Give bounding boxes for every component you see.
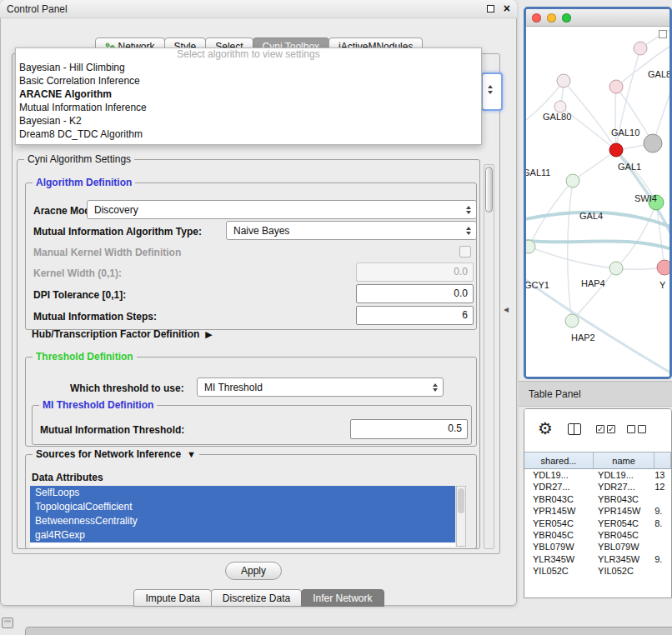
- network-node[interactable]: [634, 42, 647, 55]
- column-header-shared[interactable]: shared...: [524, 452, 594, 468]
- spinner-arrows-icon: [488, 85, 493, 94]
- corner-panel-button[interactable]: [2, 618, 13, 628]
- dpi-tolerance-field[interactable]: 0.0: [356, 284, 474, 303]
- table-row[interactable]: YIL052CYIL052C: [524, 565, 671, 577]
- table-cell: YBL079W: [524, 541, 594, 552]
- table-cell: [654, 541, 671, 552]
- algorithm-option-aracne-algorithm[interactable]: ARACNE Algorithm: [16, 88, 481, 101]
- table-body: YDL19...YDL19...13YDR27...YDR27...12YBR0…: [524, 469, 671, 598]
- bottom-tab-infer-network[interactable]: Infer Network: [301, 589, 384, 607]
- column-header-name[interactable]: name: [594, 452, 654, 468]
- column-header-2[interactable]: [654, 452, 671, 468]
- node-label: Y: [659, 280, 666, 290]
- table-cell: YBR043C: [594, 493, 654, 505]
- network-node[interactable]: [644, 134, 662, 152]
- hub-section-toggle[interactable]: Hub/Transcription Factor Definition ▶: [32, 328, 213, 340]
- bottom-window-edge: [25, 627, 672, 635]
- table-row[interactable]: YER054CYER054C8.: [524, 518, 671, 529]
- network-edge: [573, 150, 616, 181]
- mi-type-value: Naive Bayes: [233, 225, 289, 237]
- table-cell: [654, 529, 671, 541]
- network-titlebar: [526, 9, 669, 27]
- network-canvas[interactable]: GAL8GAL80GAL10GAL11GAL1SWI4GAL4GCY1HAP4Y…: [526, 27, 669, 377]
- float-window-button[interactable]: [487, 5, 494, 12]
- overview-box[interactable]: [659, 30, 667, 38]
- columns-icon[interactable]: [568, 423, 581, 435]
- table-cell: 12: [654, 481, 671, 492]
- table-cell: YBL079W: [594, 541, 654, 552]
- network-node[interactable]: [526, 240, 535, 253]
- table-cell: YIL052C: [594, 565, 654, 577]
- zoom-light-button[interactable]: [562, 13, 571, 22]
- select-all-columns-button[interactable]: ✓ ✓: [596, 425, 615, 433]
- attribute-item-topologicalcoefficient[interactable]: TopologicalCoefficient: [30, 500, 455, 514]
- algorithm-select-edge[interactable]: [481, 72, 503, 111]
- network-node[interactable]: [657, 260, 669, 275]
- network-node[interactable]: [565, 314, 579, 328]
- spinner-arrows-icon: [428, 383, 443, 392]
- application-root: Control Panel × NetworkStyleSelectCyni T…: [0, 0, 672, 635]
- mi-type-select[interactable]: Naive Bayes: [226, 221, 477, 240]
- table-cell: YBR043C: [524, 493, 594, 505]
- mi-steps-field[interactable]: 6: [356, 306, 474, 325]
- unchecked-box-icon: [638, 425, 646, 433]
- aracne-mode-select[interactable]: Discovery: [87, 200, 477, 219]
- network-node[interactable]: [554, 101, 566, 112]
- network-edge: [615, 87, 616, 150]
- table-cell: YER054C: [524, 518, 594, 529]
- table-cell: YPR145W: [524, 505, 594, 517]
- attribute-item-gal4rgexp[interactable]: gal4RGexp: [30, 528, 455, 542]
- attribute-item-betweennesscentrality[interactable]: BetweennessCentrality: [30, 514, 455, 528]
- close-light-button[interactable]: [532, 13, 541, 22]
- table-cell: YPR145W: [594, 505, 654, 517]
- table-toolbar: ⚙ ✓ ✓: [524, 409, 671, 452]
- spinner-arrows-icon: [461, 227, 476, 235]
- scrollbar-thumb[interactable]: [458, 488, 464, 513]
- scrollbar-thumb[interactable]: [485, 167, 493, 212]
- settings-scrollbar[interactable]: [484, 164, 494, 549]
- algorithm-option-basic-correlation-inference[interactable]: Basic Correlation Inference: [16, 74, 481, 88]
- which-threshold-select[interactable]: MI Threshold: [197, 378, 444, 397]
- algorithm-option-mutual-information-inference[interactable]: Mutual Information Inference: [16, 101, 481, 114]
- attributes-scrollbar[interactable]: [456, 486, 466, 547]
- node-label: GAL80: [543, 112, 571, 122]
- network-node[interactable]: [609, 262, 623, 275]
- table-row[interactable]: YBR043CYBR043C: [524, 493, 671, 505]
- table-row[interactable]: YPR145WYPR145W9.: [524, 505, 671, 517]
- table-header: shared...name: [524, 452, 671, 469]
- table-row[interactable]: YDL19...YDL19...13: [524, 469, 671, 481]
- algorithm-option-bayesian-k2[interactable]: Bayesian - K2: [16, 114, 481, 128]
- data-attributes-label: Data Attributes: [32, 472, 103, 483]
- network-edge: [616, 202, 656, 268]
- attribute-item-selfloops[interactable]: SelfLoops: [30, 486, 455, 500]
- algorithm-option-bayesian-hill-climbing[interactable]: Bayesian - Hill Climbing: [16, 61, 481, 74]
- node-label: GCY1: [526, 280, 549, 290]
- network-node[interactable]: [566, 174, 579, 188]
- unselect-all-columns-button[interactable]: [627, 425, 646, 433]
- algorithm-option-dream8-dc-tdc-algorithm[interactable]: Dream8 DC_TDC Algorithm: [16, 128, 481, 141]
- network-node[interactable]: [609, 143, 623, 157]
- table-cell: [654, 565, 671, 577]
- node-label: GAL11: [526, 168, 550, 178]
- mi-threshold-field[interactable]: 0.5: [350, 419, 468, 439]
- bottom-tab-discretize-data[interactable]: Discretize Data: [211, 589, 302, 607]
- network-node[interactable]: [557, 74, 570, 88]
- network-edge: [526, 240, 669, 250]
- kernel-width-field: 0.0: [356, 262, 474, 282]
- table-cell: 9.: [654, 505, 671, 517]
- algorithm-definition-title: Algorithm Definition: [33, 177, 135, 188]
- sources-toggle[interactable]: Sources for Network Inference ▼: [33, 448, 199, 460]
- aracne-mode-value: Discovery: [94, 204, 138, 216]
- bottom-tab-impute-data[interactable]: Impute Data: [133, 589, 211, 607]
- close-panel-button[interactable]: ×: [504, 2, 510, 15]
- network-node[interactable]: [609, 80, 623, 93]
- table-row[interactable]: YBL079WYBL079W: [524, 541, 671, 552]
- panel-splitter-arrow[interactable]: ◂: [504, 303, 509, 315]
- table-row[interactable]: YBR045CYBR045C: [524, 529, 671, 541]
- table-row[interactable]: YLR345WYLR345W9.: [524, 553, 671, 565]
- apply-button[interactable]: Apply: [225, 562, 282, 580]
- minimize-light-button[interactable]: [547, 13, 556, 22]
- kernel-width-label: Kernel Width (0,1):: [33, 268, 122, 279]
- table-row[interactable]: YDR27...YDR27...12: [524, 481, 671, 492]
- gear-icon[interactable]: ⚙: [538, 419, 553, 438]
